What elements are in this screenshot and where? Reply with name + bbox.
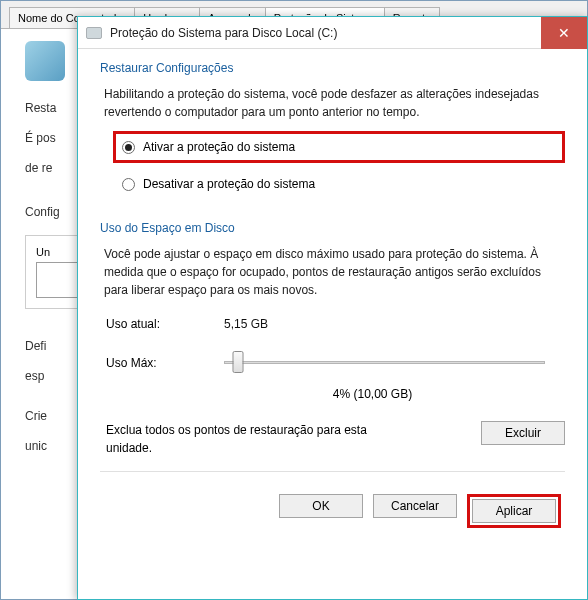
max-usage-label: Uso Máx: xyxy=(106,356,224,370)
restore-settings-heading: Restaurar Configurações xyxy=(100,61,565,75)
protection-radio-group: Ativar a proteção do sistema Desativar a… xyxy=(100,131,565,191)
radio-disable-label: Desativar a proteção do sistema xyxy=(143,177,315,191)
slider-caption: 4% (10,00 GB) xyxy=(100,387,565,401)
disk-usage-description: Você pode ajustar o espaço em disco máxi… xyxy=(100,245,565,299)
slider-thumb[interactable] xyxy=(232,351,243,373)
delete-description: Exclua todos os pontos de restauração pa… xyxy=(106,421,406,457)
max-usage-slider[interactable] xyxy=(224,351,565,375)
dialog-body: Restaurar Configurações Habilitando a pr… xyxy=(78,49,587,538)
max-usage-row: Uso Máx: xyxy=(100,351,565,375)
current-usage-row: Uso atual: 5,15 GB xyxy=(100,317,565,331)
restore-settings-description: Habilitando a proteção do sistema, você … xyxy=(100,85,565,121)
shield-icon xyxy=(25,41,65,81)
highlight-enable-option: Ativar a proteção do sistema xyxy=(113,131,565,163)
dialog-titlebar: Proteção do Sistema para Disco Local (C:… xyxy=(78,17,587,49)
system-protection-dialog: Proteção do Sistema para Disco Local (C:… xyxy=(77,16,588,600)
delete-restore-points-row: Exclua todos os pontos de restauração pa… xyxy=(100,421,565,457)
current-usage-label: Uso atual: xyxy=(106,317,224,331)
apply-button[interactable]: Aplicar xyxy=(472,499,556,523)
current-usage-value: 5,15 GB xyxy=(224,317,268,331)
close-icon: ✕ xyxy=(558,25,570,41)
separator xyxy=(100,471,565,472)
disk-usage-heading: Uso do Espaço em Disco xyxy=(100,221,565,235)
radio-enable-protection[interactable]: Ativar a proteção do sistema xyxy=(122,140,502,154)
delete-button[interactable]: Excluir xyxy=(481,421,565,445)
radio-disable-protection[interactable]: Desativar a proteção do sistema xyxy=(122,177,565,191)
radio-enable-label: Ativar a proteção do sistema xyxy=(143,140,295,154)
radio-icon xyxy=(122,178,135,191)
cancel-button[interactable]: Cancelar xyxy=(373,494,457,518)
dialog-title: Proteção do Sistema para Disco Local (C:… xyxy=(110,26,337,40)
radio-icon xyxy=(122,141,135,154)
highlight-apply-button: Aplicar xyxy=(467,494,561,528)
ok-button[interactable]: OK xyxy=(279,494,363,518)
slider-track xyxy=(224,361,545,364)
dialog-button-row: OK Cancelar Aplicar xyxy=(100,494,565,528)
close-button[interactable]: ✕ xyxy=(541,17,587,49)
drive-icon xyxy=(86,27,102,39)
